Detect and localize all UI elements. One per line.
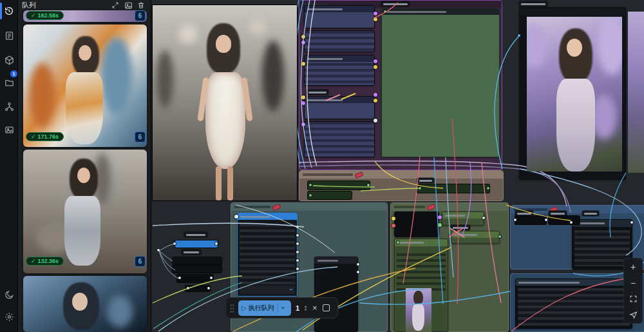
- port-dot[interactable]: [309, 184, 312, 186]
- port-dot[interactable]: [301, 41, 305, 44]
- port-dot[interactable]: [498, 235, 501, 238]
- port-dot[interactable]: [157, 249, 160, 251]
- node-navy-1[interactable]: [304, 5, 375, 28]
- node-green-large[interactable]: [381, 8, 500, 157]
- node-green-1[interactable]: [442, 211, 484, 226]
- queue-item[interactable]: ✓ 162.58s 6: [23, 10, 147, 22]
- port-dot[interactable]: [374, 65, 377, 69]
- port-dot[interactable]: [449, 235, 451, 238]
- port-dot[interactable]: [374, 17, 377, 21]
- clear-queue-button[interactable]: [135, 1, 147, 10]
- sidebar-item-logs[interactable]: [0, 26, 18, 45]
- port-dot[interactable]: [215, 242, 218, 245]
- port-dot[interactable]: [419, 187, 421, 190]
- port-dot[interactable]: [309, 194, 312, 197]
- port-dot[interactable]: [374, 59, 377, 63]
- port-dot[interactable]: [234, 215, 238, 219]
- port-dot[interactable]: [296, 242, 299, 245]
- port-dot[interactable]: [301, 62, 305, 66]
- port-dot[interactable]: [301, 35, 305, 39]
- queue-item[interactable]: [23, 276, 147, 332]
- port-dot[interactable]: [374, 12, 377, 15]
- port-dot[interactable]: [296, 251, 299, 253]
- port-dot[interactable]: [438, 215, 442, 219]
- theme-toggle[interactable]: [0, 285, 18, 304]
- port-dot[interactable]: [301, 122, 305, 126]
- fit-view-button[interactable]: [623, 291, 643, 307]
- port-dot[interactable]: [207, 287, 210, 289]
- port-dot[interactable]: [630, 221, 633, 224]
- node-navy-5[interactable]: [304, 121, 375, 157]
- port-dot[interactable]: [487, 187, 489, 190]
- stop-button[interactable]: [323, 304, 330, 311]
- node-black[interactable]: [394, 211, 439, 237]
- node-green-2[interactable]: [451, 231, 500, 244]
- port-dot[interactable]: [296, 226, 299, 228]
- port-dot[interactable]: [187, 287, 189, 289]
- zoom-in-button[interactable]: +: [623, 259, 643, 275]
- queue-item[interactable]: ✓ 171.76s 6: [23, 24, 147, 147]
- port-dot[interactable]: [374, 99, 377, 103]
- node-navy-3[interactable]: [304, 55, 375, 86]
- wisteria-preview-image[interactable]: [527, 17, 622, 171]
- port-dot[interactable]: [296, 234, 299, 237]
- port-dot[interactable]: [545, 219, 547, 221]
- wisteria-preview-sliver[interactable]: [628, 12, 644, 173]
- port-dot[interactable]: [514, 219, 516, 221]
- node-dark[interactable]: [314, 257, 358, 332]
- collapsed-node[interactable]: [417, 184, 489, 193]
- port-dot[interactable]: [301, 95, 305, 99]
- enlarged-preview-image[interactable]: [153, 5, 297, 200]
- step-down-icon[interactable]: ▼: [304, 308, 307, 311]
- collapsed-node[interactable]: [308, 181, 370, 190]
- port-dot[interactable]: [397, 241, 399, 244]
- port-dot[interactable]: [392, 224, 395, 228]
- gallery-view-button[interactable]: [122, 1, 134, 10]
- port-dot[interactable]: [374, 119, 377, 122]
- port-dot[interactable]: [392, 217, 395, 220]
- port-dot[interactable]: [482, 217, 485, 219]
- collapsed-node[interactable]: [177, 275, 213, 282]
- drag-handle[interactable]: [230, 304, 234, 313]
- settings-button[interactable]: [0, 307, 18, 326]
- port-dot[interactable]: [178, 277, 181, 279]
- port-dot[interactable]: [570, 221, 573, 224]
- port-dot[interactable]: [301, 101, 305, 105]
- sidebar-item-workflows[interactable]: 1: [0, 73, 18, 92]
- port-dot[interactable]: [518, 34, 520, 37]
- port-dot[interactable]: [384, 10, 386, 13]
- port-dot[interactable]: [296, 268, 299, 270]
- port-dot[interactable]: [210, 277, 213, 279]
- run-queue-button[interactable]: ▷ 执行队列: [238, 300, 291, 316]
- node-navy-2[interactable]: [304, 30, 375, 52]
- collapsed-node-selected[interactable]: [175, 240, 218, 248]
- sidebar-item-models[interactable]: [0, 50, 18, 70]
- node-navy-4[interactable]: [304, 96, 375, 119]
- collapsed-node[interactable]: [173, 266, 222, 273]
- collapsed-node[interactable]: [173, 257, 222, 264]
- port-dot[interactable]: [357, 271, 359, 273]
- sidebar-item-gallery[interactable]: [0, 120, 18, 139]
- zoom-out-button[interactable]: −: [623, 275, 643, 291]
- clear-button[interactable]: ×: [311, 303, 319, 313]
- sidebar-item-queue-history[interactable]: [0, 1, 18, 21]
- port-dot[interactable]: [374, 93, 377, 97]
- port-dot[interactable]: [173, 242, 176, 245]
- node-selected[interactable]: [237, 213, 298, 297]
- collapsed-node[interactable]: [515, 216, 546, 224]
- batch-count-stepper[interactable]: ▲ ▼: [304, 305, 307, 311]
- collapsed-node[interactable]: [308, 191, 352, 199]
- port-dot[interactable]: [438, 223, 442, 227]
- node-dark-right-2[interactable]: [515, 278, 632, 329]
- expand-panel-button[interactable]: [109, 1, 121, 10]
- wisteria-thumbnail[interactable]: [406, 288, 431, 332]
- chevron-down-icon[interactable]: [280, 305, 286, 311]
- batch-count-value[interactable]: 1: [295, 304, 300, 312]
- sidebar-item-node-library[interactable]: [0, 97, 18, 116]
- port-dot[interactable]: [357, 263, 359, 266]
- port-dot[interactable]: [367, 184, 370, 186]
- pan-mode-button[interactable]: [623, 307, 643, 323]
- queue-item[interactable]: ✓ 132.36s 6: [23, 150, 147, 273]
- port-dot[interactable]: [296, 259, 299, 262]
- collapsed-node[interactable]: [549, 216, 580, 224]
